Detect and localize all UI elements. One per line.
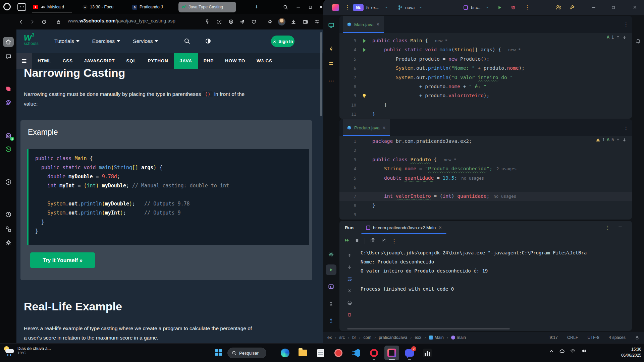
menu-services[interactable]: Services	[133, 38, 158, 44]
close-tab-icon[interactable]: ✕	[382, 125, 386, 130]
shield-icon[interactable]	[227, 18, 235, 25]
lightbulb-icon[interactable]	[362, 93, 367, 99]
breadcrumb-main[interactable]: main	[451, 335, 466, 340]
start-button[interactable]	[211, 345, 226, 360]
workspace-icon[interactable]	[17, 3, 26, 11]
run-gutter-icon[interactable]	[363, 48, 366, 52]
wifi-icon[interactable]	[570, 348, 576, 354]
sign-in-button[interactable]: Sign In	[271, 36, 294, 47]
avatar[interactable]	[278, 18, 285, 25]
browser-tab[interactable]: aPraticando J	[129, 2, 176, 12]
breadcrumb-praticandoJava[interactable]: praticandoJava	[379, 335, 407, 340]
settings-icon[interactable]	[323, 249, 339, 259]
commit-tool-icon[interactable]	[323, 44, 339, 54]
run-button[interactable]	[497, 0, 502, 15]
reload-icon[interactable]	[40, 18, 48, 25]
tab-options-icon[interactable]: ⋮	[624, 125, 629, 131]
services-tool-icon[interactable]	[323, 299, 339, 309]
redapp-app-icon[interactable]	[331, 346, 346, 360]
close-tab-icon[interactable]: ✕	[376, 22, 380, 27]
tab-main-java[interactable]: Main.java ✕	[343, 16, 384, 33]
vscode-app-icon[interactable]	[349, 346, 364, 360]
nav-php[interactable]: PHP	[198, 53, 219, 69]
git-tool-icon[interactable]	[323, 316, 339, 326]
operagx-app-icon[interactable]	[367, 346, 381, 360]
breadcrumb-com[interactable]: com	[364, 335, 372, 340]
tab-tiling-icon[interactable]	[302, 18, 309, 25]
w3schools-logo[interactable]: w3schools	[24, 32, 39, 46]
main-menu-icon[interactable]: ⋮	[345, 0, 350, 15]
inspections-widget-main[interactable]: A1	[607, 35, 627, 40]
analytics-app-icon[interactable]	[420, 346, 435, 360]
minimize-icon[interactable]	[591, 0, 596, 15]
notifications-bell-icon[interactable]	[633, 36, 644, 46]
settings-panel-icon[interactable]	[313, 18, 321, 25]
status-item[interactable]: UTF-8	[588, 335, 599, 340]
console-hscrollbar[interactable]	[347, 328, 510, 329]
scroll-to-end-icon[interactable]	[347, 289, 352, 295]
folder-app-icon[interactable]	[296, 346, 310, 360]
nav-java[interactable]: JAVA	[174, 53, 198, 69]
opera-logo-icon[interactable]	[3, 3, 11, 10]
maximize-icon[interactable]	[611, 0, 615, 15]
taskbar-clock[interactable]: 15:36 06/06/2025	[621, 346, 641, 358]
menu-tutorials[interactable]: Tutorials	[54, 38, 79, 44]
send-icon[interactable]	[238, 18, 246, 25]
intellij-app-icon[interactable]	[384, 346, 399, 360]
new-tab-button[interactable]: +	[252, 3, 261, 11]
breadcrumb-ex[interactable]: ex	[327, 335, 332, 340]
heart-icon[interactable]	[250, 18, 258, 25]
run-config-selector[interactable]: br.c...	[471, 0, 482, 15]
run-gutter-icon[interactable]	[363, 39, 366, 43]
shapes-icon[interactable]	[0, 223, 16, 235]
run-console[interactable]: C:\Users\joaop\.jdks\openjdk-24\bin\java…	[361, 248, 631, 327]
code-with-me-icon[interactable]	[555, 0, 561, 15]
run-tab[interactable]: br.com.praticandoJava.ex2.Main ✕	[361, 221, 446, 234]
console-options-icon[interactable]: ⋮	[391, 238, 397, 244]
export-icon[interactable]	[381, 238, 386, 244]
minimize-icon[interactable]	[294, 3, 303, 11]
caret-up-icon[interactable]	[549, 348, 554, 354]
nav-how-to[interactable]: HOW TO	[219, 53, 251, 69]
print-icon[interactable]	[347, 300, 352, 307]
lock-icon[interactable]	[635, 336, 639, 340]
branch-selector[interactable]: nova	[405, 0, 415, 15]
close-tab-icon[interactable]: ✕	[438, 225, 442, 230]
scroll-down-icon[interactable]	[347, 265, 352, 271]
more-tools-icon[interactable]: ⋯	[323, 76, 339, 86]
stop-icon[interactable]	[355, 238, 359, 244]
main-editor[interactable]: 3public class Main { new *4 public stati…	[339, 33, 632, 119]
breadcrumb-src[interactable]: src	[339, 335, 345, 340]
back-icon[interactable]	[17, 18, 25, 25]
more-actions-icon[interactable]: ⋮	[525, 0, 530, 15]
maximize-icon[interactable]	[306, 3, 315, 11]
tools-icon[interactable]	[570, 0, 575, 15]
structure-tool-icon[interactable]	[323, 58, 339, 68]
status-item[interactable]: 4 spaces	[609, 335, 626, 340]
nav-w3-cs[interactable]: W3.CS	[251, 53, 278, 69]
browser-tab[interactable]: w³Java Type Casting	[178, 2, 236, 12]
address-bar[interactable]: www.w3schools.com/java/java_type_casting…	[68, 18, 175, 23]
frame-icon[interactable]: 3	[0, 130, 16, 141]
rerun-icon[interactable]	[344, 238, 350, 244]
hide-panel-icon[interactable]	[618, 225, 623, 231]
gx-corner-icon[interactable]	[0, 83, 16, 95]
scrollbar[interactable]	[320, 32, 322, 116]
debug-button[interactable]	[511, 0, 516, 15]
soft-wrap-icon[interactable]	[347, 277, 352, 283]
close-icon[interactable]	[633, 0, 637, 15]
search-icon[interactable]	[184, 38, 191, 45]
try-it-yourself-button[interactable]: Try it Yourself »	[30, 252, 95, 268]
snapshot-icon[interactable]	[216, 18, 223, 25]
chat-icon[interactable]	[0, 51, 16, 62]
tab-search-icon[interactable]	[281, 3, 290, 11]
volume-icon[interactable]	[581, 348, 586, 354]
snapshot-icon[interactable]	[370, 238, 376, 244]
breadcrumb-Main[interactable]: Main	[429, 335, 444, 340]
tab-options-icon[interactable]: ⋮	[624, 21, 629, 27]
tab-produto-java[interactable]: Produto.java ✕	[343, 119, 390, 136]
browser-tab[interactable]: Música d	[30, 2, 76, 12]
edge-app-icon[interactable]	[278, 346, 292, 360]
breadcrumb-ex2[interactable]: ex2	[415, 335, 421, 340]
dark-mode-icon[interactable]	[205, 38, 212, 45]
